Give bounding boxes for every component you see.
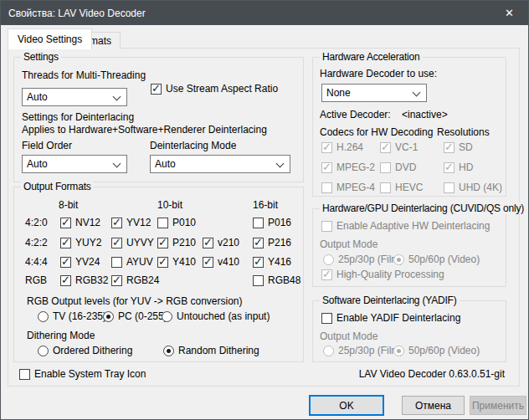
checkbox-label: UYVY [126, 237, 154, 248]
format-nv12-checkbox[interactable]: NV12 [60, 216, 100, 229]
rgb-level-untouched-radio[interactable]: Untouched (as input) [162, 310, 270, 323]
col-header-16bit: 16-bit [253, 199, 278, 212]
format-y410-checkbox[interactable]: Y410 [157, 255, 196, 269]
format-y416-checkbox[interactable]: Y416 [253, 255, 291, 269]
checkbox-box [444, 142, 455, 153]
checkbox-label: MPEG-4 [336, 182, 375, 193]
cancel-button[interactable]: Отмена [402, 396, 465, 415]
radio-dot [38, 346, 49, 356]
format-ayuv-checkbox[interactable]: AYUV [111, 255, 153, 269]
format-yuy2-checkbox[interactable]: YUY2 [60, 236, 101, 249]
format-v210-checkbox[interactable]: v210 [203, 236, 239, 249]
dithering-ordered-radio[interactable]: Ordered Dithering [38, 344, 132, 357]
format-p210-checkbox[interactable]: P210 [157, 236, 196, 249]
ok-button[interactable]: OK [309, 395, 384, 416]
apply-button: Применить [470, 396, 526, 415]
row-label-422: 4:2:2 [25, 237, 48, 249]
output-formats-group-title: Output Formats [21, 181, 94, 192]
rgb-level-tv-radio[interactable]: TV (16-235) [38, 310, 106, 323]
checkbox-label: YV12 [126, 217, 151, 228]
hw-decoder-combobox[interactable]: None [321, 84, 427, 102]
active-decoder-label: Active Decoder: [320, 109, 391, 121]
tab-video-settings[interactable]: Video Settings [8, 28, 92, 49]
format-rgb32-checkbox[interactable]: RGB32 [60, 274, 108, 287]
radio-label: PC (0-255) [118, 310, 167, 322]
settings-group: Settings Threads for Multi-Threading Aut… [13, 57, 304, 182]
checkbox-box [321, 182, 332, 193]
format-rgb48-checkbox[interactable]: RGB48 [253, 274, 300, 287]
checkbox-label: v210 [218, 237, 239, 248]
checkbox-box [157, 238, 168, 248]
software-deinterlacing-group: Software Deinterlacing (YADIF) Enable YA… [312, 300, 506, 362]
checkbox-box [321, 313, 332, 324]
dithering-random-radio[interactable]: Random Dithering [163, 344, 259, 357]
radio-label: Untouched (as input) [177, 310, 270, 322]
resolution-uhd-checkbox: UHD (4K) [444, 181, 502, 194]
format-yv24-checkbox[interactable]: YV24 [60, 255, 100, 269]
format-v410-checkbox[interactable]: v410 [203, 255, 239, 269]
format-p010-checkbox[interactable]: P010 [157, 216, 196, 229]
hw-output-mode-label: Output Mode [320, 238, 377, 251]
hardware-acceleration-group: Hardware Acceleration Hardware Decoder t… [312, 57, 506, 197]
threads-combobox[interactable]: Auto [22, 88, 127, 106]
checkbox-box [253, 218, 264, 228]
checkbox-label: P016 [268, 217, 291, 228]
checkbox-label: YUY2 [75, 237, 101, 248]
checkbox-box [380, 142, 391, 153]
field-order-combobox-value: Auto [27, 158, 48, 170]
checkbox-box [60, 218, 71, 228]
checkbox-label: YV24 [75, 256, 100, 268]
checkbox-box [203, 257, 213, 268]
enable-adaptive-hw-deinterlacing-checkbox: Enable Adaptive HW Deinterlacing [321, 219, 490, 233]
codec-mpeg2-checkbox: MPEG-2 [321, 161, 375, 174]
radio-label: 50p/60p (Video) [408, 254, 480, 265]
radio-label: Random Dithering [178, 345, 259, 356]
deinterlacing-settings-line1: Settings for Deinterlacing [22, 111, 134, 124]
threads-label: Threads for Multi-Threading [22, 69, 146, 82]
output-formats-group: Output Formats 8-bit 10-bit 16-bit 4:2:0… [13, 187, 304, 362]
checkbox-box [253, 275, 264, 286]
sw-output-film-radio: 25p/30p (Film) [323, 344, 403, 357]
close-button[interactable]: ✕ [490, 1, 528, 25]
sw-output-mode-label: Output Mode [320, 330, 377, 343]
radio-label: 50p/60p (Video) [408, 345, 480, 356]
ok-button-label: OK [339, 400, 353, 412]
checkbox-label: SD [459, 141, 473, 153]
codec-dvd-checkbox: DVD [380, 161, 416, 174]
version-label: LAV Video Decoder 0.63.0.51-git [312, 368, 505, 381]
checkbox-label: High-Quality Processing [336, 269, 444, 280]
format-uyvy-checkbox[interactable]: UYVY [111, 236, 154, 249]
hw-decoder-combobox-value: None [326, 87, 351, 99]
checkbox-label: RGB32 [75, 274, 108, 286]
codec-vc1-checkbox: VC-1 [380, 141, 418, 154]
radio-dot [38, 311, 49, 322]
checkbox-box [157, 257, 168, 268]
field-order-combobox[interactable]: Auto [22, 155, 127, 173]
radio-dot [103, 311, 114, 322]
rgb-level-pc-radio[interactable]: PC (0-255) [103, 310, 167, 323]
settings-group-title: Settings [21, 51, 61, 63]
cancel-button-label: Отмена [415, 400, 451, 412]
checkbox-box [253, 257, 264, 268]
enable-system-tray-icon-checkbox[interactable]: Enable System Tray Icon [19, 367, 146, 381]
format-rgb24-checkbox[interactable]: RGB24 [111, 274, 159, 287]
checkbox-box [19, 369, 30, 380]
software-deinterlacing-group-title: Software Deinterlacing (YADIF) [320, 295, 460, 306]
checkbox-box [321, 269, 332, 280]
deinterlacing-mode-combobox-value: Auto [155, 158, 176, 170]
close-icon: ✕ [505, 7, 514, 19]
enable-yadif-deinterlacing-checkbox[interactable]: Enable YADIF Deinterlacing [321, 311, 460, 325]
checkbox-box [157, 218, 168, 228]
checkbox-label: Enable Adaptive HW Deinterlacing [336, 220, 490, 232]
format-p216-checkbox[interactable]: P216 [253, 236, 291, 249]
checkbox-box [380, 162, 391, 173]
deinterlacing-mode-combobox[interactable]: Auto [150, 155, 290, 173]
format-p016-checkbox[interactable]: P016 [253, 216, 291, 229]
format-yv12-checkbox[interactable]: YV12 [111, 216, 151, 229]
apply-button-label: Применить [472, 400, 524, 412]
use-stream-aspect-ratio-checkbox[interactable]: Use Stream Aspect Ratio [151, 82, 278, 95]
checkbox-box [321, 162, 332, 173]
checkbox-box [203, 238, 213, 248]
checkbox-box [444, 182, 455, 193]
checkbox-box [321, 221, 332, 232]
